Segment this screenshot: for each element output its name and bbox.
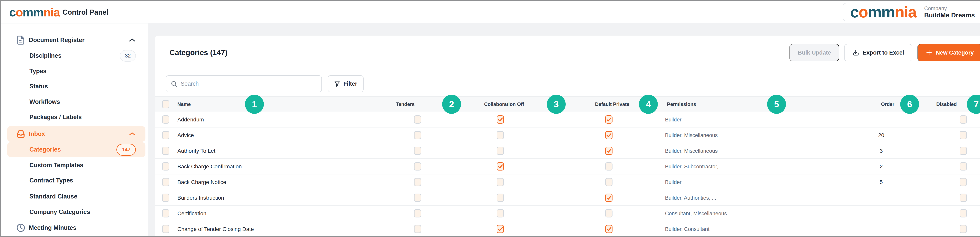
- annotation-badge-2: 2: [442, 95, 461, 114]
- tenders-checkbox[interactable]: [414, 209, 421, 218]
- default-private-checkbox[interactable]: [605, 131, 612, 139]
- default-private-checkbox[interactable]: [605, 209, 612, 218]
- filter-button[interactable]: Filter: [328, 75, 364, 92]
- order-value: [865, 190, 897, 206]
- collaboration-off-checkbox[interactable]: [497, 131, 504, 139]
- sidebar-item-types[interactable]: Types: [2, 63, 148, 79]
- logo-letter: mm: [868, 3, 895, 21]
- column-header-disabled[interactable]: Disabled: [936, 96, 957, 112]
- column-header-permissions[interactable]: Permissions: [667, 96, 696, 112]
- brand: commnia: [9, 2, 60, 23]
- table-row[interactable]: Advice Builder, Miscellaneous 20: [155, 128, 980, 143]
- row-select-checkbox[interactable]: [162, 147, 169, 155]
- export-to-excel-label: Export to Excel: [862, 49, 904, 56]
- sidebar-item-disciplines[interactable]: Disciplines 32: [2, 48, 148, 63]
- select-all-checkbox[interactable]: [162, 100, 169, 108]
- default-private-checkbox[interactable]: [605, 225, 612, 233]
- disabled-checkbox[interactable]: [959, 194, 967, 202]
- disabled-checkbox[interactable]: [959, 147, 967, 155]
- column-header-order[interactable]: Order: [881, 96, 894, 112]
- table-row[interactable]: Back Charge Notice Builder 5: [155, 174, 980, 190]
- disabled-checkbox[interactable]: [959, 162, 967, 171]
- table-row[interactable]: Back Charge Confirmation Builder, Subcon…: [155, 159, 980, 174]
- row-select-checkbox[interactable]: [162, 225, 169, 233]
- sidebar-item-categories[interactable]: Categories 147: [2, 142, 148, 157]
- new-category-button[interactable]: New Category: [918, 44, 980, 61]
- disabled-checkbox[interactable]: [959, 115, 967, 123]
- order-value: [865, 206, 897, 221]
- default-private-checkbox[interactable]: [605, 194, 612, 202]
- tenders-checkbox[interactable]: [414, 115, 421, 123]
- tenders-checkbox[interactable]: [414, 131, 421, 139]
- default-private-checkbox[interactable]: [605, 147, 612, 155]
- order-value: 3: [865, 143, 897, 159]
- bulk-update-button[interactable]: Bulk Update: [789, 44, 839, 61]
- row-select-checkbox[interactable]: [162, 209, 169, 218]
- category-name: Back Charge Confirmation: [177, 159, 242, 174]
- sidebar-item-label: Company Categories: [29, 209, 90, 215]
- disabled-checkbox[interactable]: [959, 178, 967, 186]
- table-row[interactable]: Builders Instruction Builder, Authoritie…: [155, 190, 980, 206]
- permissions-value: Consultant, Miscellaneous: [665, 206, 727, 221]
- permissions-value: Builder, Subcontractor, ...: [665, 159, 724, 174]
- collaboration-off-checkbox[interactable]: [497, 178, 504, 186]
- table-row[interactable]: Addendum Builder: [155, 112, 980, 128]
- permissions-value: Builder, Miscellaneous: [665, 143, 718, 159]
- row-select-checkbox[interactable]: [162, 131, 169, 139]
- sidebar-item-packages-labels[interactable]: Packages / Labels: [2, 109, 148, 125]
- row-select-checkbox[interactable]: [162, 115, 169, 123]
- sidebar-item-workflows[interactable]: Workflows: [2, 94, 148, 110]
- disabled-checkbox[interactable]: [959, 225, 967, 233]
- tenders-checkbox[interactable]: [414, 162, 421, 171]
- company-card[interactable]: commnia Company BuildMe Dreams: [843, 3, 980, 21]
- sidebar-item-company-categories[interactable]: Company Categories: [2, 204, 148, 220]
- column-header-tenders[interactable]: Tenders: [396, 96, 415, 112]
- sidebar-item-label: Packages / Labels: [29, 114, 82, 121]
- table-row[interactable]: Certification Consultant, Miscellaneous: [155, 206, 980, 221]
- permissions-value: Builder, Miscellaneous: [665, 128, 718, 143]
- column-header-collaboration-off[interactable]: Collaboration Off: [484, 96, 524, 112]
- disabled-checkbox[interactable]: [959, 131, 967, 139]
- tenders-checkbox[interactable]: [414, 178, 421, 186]
- order-value: 20: [865, 128, 897, 143]
- search-icon: [170, 81, 178, 87]
- sidebar-item-label: Document Register: [29, 36, 84, 44]
- table-row[interactable]: Change of Tender Closing Date Builder, C…: [155, 221, 980, 235]
- row-select-checkbox[interactable]: [162, 194, 169, 202]
- sidebar-item-custom-templates[interactable]: Custom Templates: [2, 157, 148, 173]
- app-window: commnia Control Panel commnia Company Bu…: [2, 2, 980, 235]
- sidebar-item-label: Contract Types: [29, 177, 73, 184]
- row-select-checkbox[interactable]: [162, 162, 169, 171]
- sidebar-item-document-register[interactable]: Document Register: [2, 32, 148, 48]
- row-select-checkbox[interactable]: [162, 178, 169, 186]
- column-header-name[interactable]: Name: [177, 96, 191, 112]
- sidebar-item-label: Workflows: [29, 98, 60, 106]
- collaboration-off-checkbox[interactable]: [497, 162, 504, 171]
- chevron-up-icon[interactable]: [128, 131, 136, 136]
- collaboration-off-checkbox[interactable]: [497, 194, 504, 202]
- commnia-logo: commnia: [9, 6, 60, 18]
- collaboration-off-checkbox[interactable]: [497, 115, 504, 123]
- tenders-checkbox[interactable]: [414, 194, 421, 202]
- sidebar-item-status[interactable]: Status: [2, 79, 148, 94]
- default-private-checkbox[interactable]: [605, 178, 612, 186]
- tenders-checkbox[interactable]: [414, 147, 421, 155]
- column-header-default-private[interactable]: Default Private: [595, 96, 629, 112]
- sidebar-item-contract-types[interactable]: Contract Types: [2, 173, 148, 188]
- chevron-up-icon[interactable]: [128, 38, 136, 43]
- export-to-excel-button[interactable]: Export to Excel: [844, 44, 912, 61]
- sidebar-item-standard-clause[interactable]: Standard Clause: [2, 189, 148, 204]
- default-private-checkbox[interactable]: [605, 115, 612, 123]
- disabled-checkbox[interactable]: [959, 209, 967, 218]
- annotation-badge-5: 5: [767, 95, 786, 114]
- tenders-checkbox[interactable]: [414, 225, 421, 233]
- collaboration-off-checkbox[interactable]: [497, 209, 504, 218]
- sidebar-item-inbox[interactable]: Inbox: [2, 126, 148, 142]
- order-value: 2: [865, 159, 897, 174]
- collaboration-off-checkbox[interactable]: [497, 147, 504, 155]
- collaboration-off-checkbox[interactable]: [497, 225, 504, 233]
- table-row[interactable]: Authority To Let Builder, Miscellaneous …: [155, 143, 980, 159]
- sidebar-item-meeting-minutes[interactable]: Meeting Minutes: [2, 220, 148, 235]
- search-input[interactable]: [181, 81, 317, 87]
- default-private-checkbox[interactable]: [605, 162, 612, 171]
